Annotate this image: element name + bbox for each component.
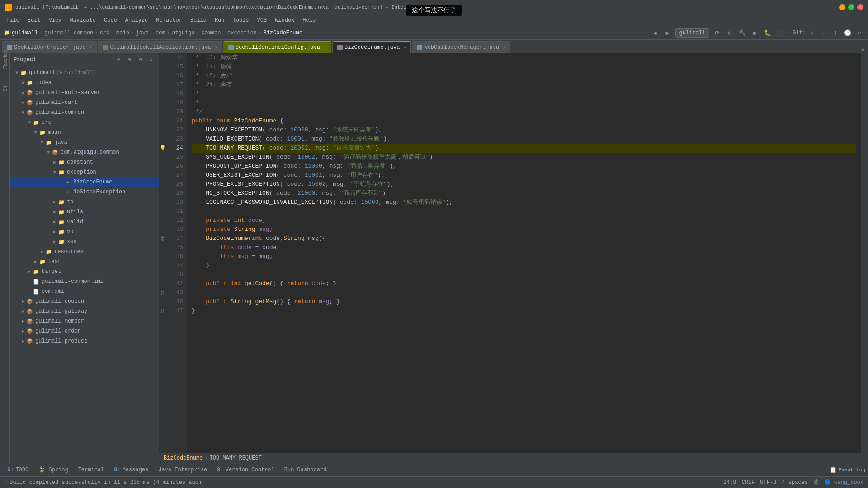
menu-file[interactable]: File [3,16,23,24]
settings-btn[interactable]: ⚙ [725,28,735,38]
code-editor[interactable]: * 13: 购物车 * 14: 物流 * 15: 用户 * 21: 库存 * *… [187,53,861,453]
refresh-btn[interactable]: ⟳ [712,28,722,38]
encoding[interactable]: UTF-8 [760,479,776,486]
nav-gulimall[interactable]: gulimall [12,30,38,36]
tree-item-bizcodeenume[interactable]: ▶ 🔸 BizCodeEnume [10,177,159,187]
tab-close-app[interactable]: ✕ [215,45,217,50]
build-btn[interactable]: 🔨 [737,28,747,38]
bottom-tab-version-control[interactable]: 9: Version Control [212,465,278,475]
tree-item-target[interactable]: ▶ 📁 target [10,267,159,277]
favorites-icon[interactable]: Favorites [1,55,9,63]
git-revert-btn[interactable]: ↩ [854,28,864,38]
tab-gulimall-app[interactable]: GulimallSeckillApplication.java ✕ [98,41,222,53]
tree-item-gateway[interactable]: ▶ 📦 gulimall-gateway [10,306,159,316]
nav-back-btn[interactable]: ◀ [650,28,660,38]
gutter-24-lightbulb[interactable]: 💡 [159,144,166,153]
tree-item-auth-server[interactable]: ▶ 📦 gulimall-auth-server [10,88,159,98]
bottom-tab-todo[interactable]: 6: TODO [3,465,33,475]
event-log-label[interactable]: Event Log [839,467,865,473]
tree-item-valid[interactable]: ▶ 📁 valid [10,217,159,227]
bottom-crumb-class[interactable]: BizCodeEnume [164,455,203,461]
tree-item-common[interactable]: ▼ 📦 gulimall-common [10,108,159,117]
nav-exception[interactable]: exception [227,30,257,36]
tree-item-test[interactable]: ▶ 📁 test [10,257,159,267]
window-controls[interactable]: ─ □ ✕ [839,4,863,10]
menu-run[interactable]: Run [211,16,228,24]
tree-item-cart[interactable]: ▶ 📦 gulimall-cart [10,98,159,108]
debug-btn[interactable]: 🐛 [763,28,773,38]
menu-analyze[interactable]: Analyze [122,16,151,24]
nav-atguigu[interactable]: atguigu [172,30,194,36]
bottom-tab-run-dashboard[interactable]: Run Dashboard [280,465,331,475]
git-history-btn[interactable]: 🕐 [843,28,853,38]
bottom-crumb-member[interactable]: TOO_MANY_REQUEST [210,455,262,461]
tree-item-coupon[interactable]: ▶ 📦 gulimall-coupon [10,296,159,306]
sidebar-gear-btn[interactable]: ⚙ [114,56,123,64]
nav-common[interactable]: gulimall-common [44,30,93,36]
tree-item-product[interactable]: ▶ 📦 gulimall-product [10,336,159,346]
nav-main[interactable]: main [116,30,129,36]
tabs-overflow-btn[interactable]: ≡ [861,47,866,53]
menu-edit[interactable]: Edit [24,16,44,24]
tree-item-java[interactable]: ▼ 📁 java [10,137,159,147]
menu-code[interactable]: Code [100,16,121,24]
input-lang[interactable]: 英 [813,479,819,486]
tree-item-gulimall[interactable]: ▼ 📁 gulimall [F:\gulimall] [10,68,159,78]
git-push-btn[interactable]: ↑ [831,28,841,38]
tab-close-wcm[interactable]: ✕ [503,45,505,50]
minimize-button[interactable]: ─ [839,4,845,10]
nav-src[interactable]: src [100,30,110,36]
tab-close-enum[interactable]: ✕ [403,45,406,50]
git-update-btn[interactable]: ↓ [819,28,829,38]
tree-item-iml[interactable]: ▶ 📄 gulimall-common.iml [10,277,159,286]
menu-build[interactable]: Build [187,16,210,24]
run-btn[interactable]: ▶ [750,28,760,38]
tab-sentinel-cfg[interactable]: SeckillSentinelConfig.java ✕ [223,41,331,53]
indent-setting[interactable]: 4 spaces [782,479,808,486]
git-left-icon[interactable]: Git [1,85,9,93]
git-check-btn[interactable]: ✓ [807,28,817,38]
nav-java[interactable]: java [136,30,149,36]
tree-item-pom[interactable]: ▶ 📄 pom.xml [10,286,159,296]
tree-item-constant[interactable]: ▶ 📁 constant [10,157,159,167]
tree-item-vo[interactable]: ▶ 📁 vo [10,227,159,237]
tree-item-xss[interactable]: ▶ 📁 xss [10,237,159,247]
cursor-position[interactable]: 24:8 [723,479,736,486]
tree-item-member[interactable]: ▶ 📦 gulimall-member [10,316,159,326]
nav-com[interactable]: com [156,30,165,36]
tab-close-cfg[interactable]: ✕ [324,45,326,50]
bottom-tab-java-enterprise[interactable]: Java Enterprise [154,465,212,475]
tree-item-exception[interactable]: ▼ 📁 exception [10,167,159,177]
tree-item-utils[interactable]: ▶ 📁 utils [10,207,159,217]
tree-item-order[interactable]: ▶ 📦 gulimall-order [10,326,159,336]
nav-forward-btn[interactable]: ▶ [663,28,673,38]
tree-item-nostockexception[interactable]: ▶ 🔹 NoStockException [10,187,159,197]
sidebar-collapse-btn[interactable]: ⊟ [136,56,144,64]
bottom-tab-spring[interactable]: 🍃 Spring [34,465,72,475]
editor-scroll[interactable]: 💡 @ @ [159,53,868,453]
tree-item-pkg-common[interactable]: ▼ 📦 com.atguigu.common [10,147,159,157]
menu-help[interactable]: Help [299,16,319,24]
tab-close-seckill-ctrl[interactable]: ✕ [89,45,92,50]
menu-vcs[interactable]: VCS [254,16,271,24]
nav-common2[interactable]: common [201,30,221,36]
menu-tools[interactable]: Tools [229,16,253,24]
bottom-tab-messages[interactable]: 0: Messages [109,465,153,475]
tree-item-to[interactable]: ▶ 📁 to ─ [10,197,159,207]
bottom-tab-terminal[interactable]: Terminal [74,465,109,475]
event-log-btn[interactable]: 📋 [830,466,837,474]
nav-bizcodeenume[interactable]: BizCodeEnume [263,30,302,36]
tree-item-main[interactable]: ▼ 📁 main [10,127,159,137]
menu-window[interactable]: Window [271,16,298,24]
tree-item-idea[interactable]: ▶ 📁 .idea [10,78,159,88]
maximize-button[interactable]: □ [848,4,854,10]
tab-bizcodeenume[interactable]: BizCodeEnume.java ✕ [332,41,411,53]
close-button[interactable]: ✕ [857,4,863,10]
tree-item-resources[interactable]: ▶ 📁 resources [10,247,159,257]
tab-seckill-controller[interactable]: SeckillController.java ✕ [2,41,97,53]
menu-navigate[interactable]: Navigate [66,16,99,24]
tree-item-src[interactable]: ▼ 📁 src [10,117,159,127]
sidebar-close-btn[interactable]: ✕ [147,56,155,64]
menu-view[interactable]: View [45,16,66,24]
project-selector[interactable]: gulimall [675,28,710,38]
